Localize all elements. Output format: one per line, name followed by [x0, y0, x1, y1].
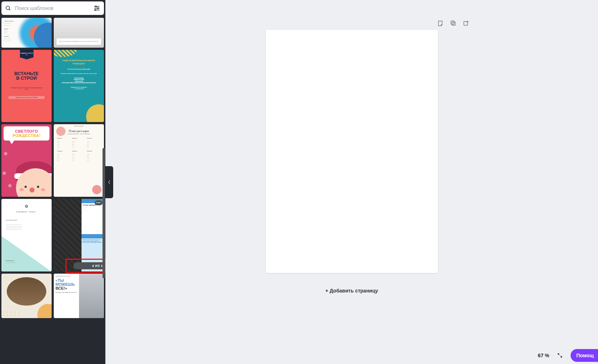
template-card[interactable]: ⚙ КОМПАНИЯ "ПОЛЮС" Уважаемый/ая Полина! … — [1, 199, 52, 271]
add-page-icon[interactable] — [463, 20, 469, 26]
notes-icon[interactable] — [437, 20, 444, 26]
template-card[interactable]: ОЖИДАНИЯ ОТ КЛАССА №2 ВСТАНЬТЕВ СТРОЙ • … — [1, 50, 52, 122]
svg-rect-8 — [451, 21, 454, 24]
canvas-area: + Добавить страницу 67 % Помощ — [105, 0, 598, 364]
add-page-button[interactable]: + Добавить страницу — [266, 284, 438, 298]
search-input[interactable] — [15, 5, 90, 11]
svg-point-7 — [95, 9, 96, 10]
duplicate-icon[interactable] — [450, 20, 456, 26]
snowflake-icon: ❄ — [2, 170, 6, 176]
svg-point-3 — [95, 6, 96, 7]
canvas-scroll[interactable]: + Добавить страницу — [105, 0, 598, 364]
page-counter-badge: 4 ИЗ 10 — [73, 262, 104, 269]
sidebar-scrollbar[interactable] — [102, 18, 105, 360]
zoom-level[interactable]: 67 % — [538, 353, 549, 358]
bottom-bar: 67 % Помощ — [531, 347, 598, 364]
template-card[interactable]: ПОДГОТОВИТЕЛЬНАЯ ШКОЛА "РОМАШКА" ЛЕТНЯЯ … — [54, 50, 104, 122]
more-icon[interactable]: ••• — [95, 200, 103, 205]
canvas-page[interactable] — [266, 30, 438, 273]
template-strip: ДЛЯ ПОЛУЧЕНИЯ ИНФОРМАЦИИ ПОСЕТИТЕ WWW.SL… — [57, 38, 101, 45]
collapse-sidebar-button[interactable] — [105, 166, 113, 198]
fullscreen-icon[interactable] — [557, 353, 563, 358]
svg-rect-9 — [452, 22, 455, 25]
template-card[interactable]: ГЛАВНОЕ БЛЮДО——— —————— ———ДЕСЕРТ——————С… — [1, 18, 52, 48]
sidebar-scrollbar-thumb[interactable] — [103, 148, 105, 278]
help-button[interactable]: Помощ — [571, 349, 598, 362]
template-card[interactable]: АНТОН И АЛИНА План рассадки 4 ИЮНЯ | ИЮН… — [54, 124, 104, 197]
iron-icon: ⚙ — [25, 204, 28, 209]
template-gallery: ГЛАВНОЕ БЛЮДО——— —————— ———ДЕСЕРТ——————С… — [0, 16, 105, 364]
template-card[interactable]: КАРЬЕРНЫЙ МАСТЕР-КЛАСС «ТЫМОЖЕШЬВСЕ!» Ка… — [54, 274, 104, 318]
search-box — [1, 1, 104, 15]
svg-point-0 — [6, 6, 10, 10]
template-card[interactable]: ••• ЧТО МЫ СДЕЛАЛИ——— ————— ————— ————— … — [54, 199, 104, 271]
snowflake-icon: ❄ — [8, 183, 12, 189]
filter-icon[interactable] — [93, 5, 100, 12]
search-icon — [5, 5, 11, 11]
templates-sidebar: ГЛАВНОЕ БЛЮДО——— —————— ———ДЕСЕРТ——————С… — [0, 0, 105, 364]
page-tools — [437, 20, 469, 26]
svg-point-5 — [98, 7, 99, 9]
chevron-left-icon — [108, 180, 111, 184]
template-card-wrap: ••• ЧТО МЫ СДЕЛАЛИ——— ————— ————— ————— … — [54, 199, 104, 271]
svg-rect-10 — [464, 22, 468, 26]
template-card[interactable]: ДЛЯ ПОЛУЧЕНИЯ ИНФОРМАЦИИ ПОСЕТИТЕ WWW.SL… — [54, 18, 104, 48]
template-card[interactable]: СВЕТЛОГО РОЖДЕСТВА! ❄ ❄ ❄ — [1, 124, 52, 197]
svg-line-1 — [9, 9, 10, 10]
snowflake-icon: ❄ — [4, 151, 8, 157]
template-card[interactable]: • • • • •• • • • • — [1, 274, 52, 318]
